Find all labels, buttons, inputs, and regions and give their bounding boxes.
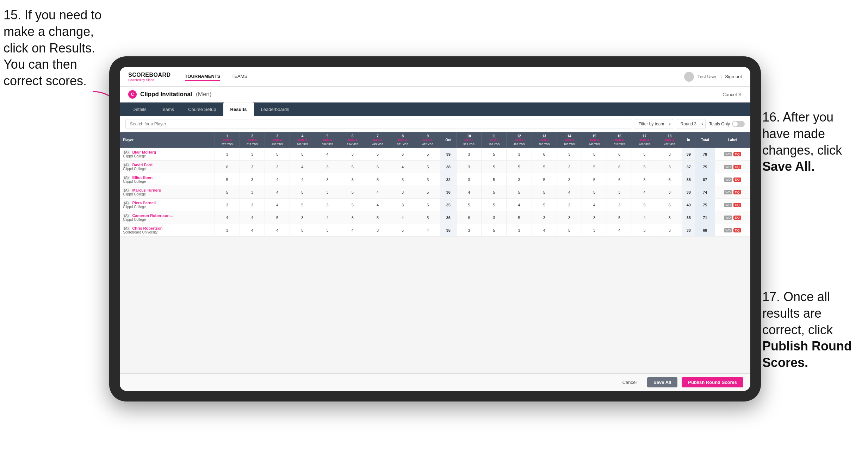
- score-out: 32: [440, 173, 457, 186]
- dq-badge[interactable]: DQ: [733, 152, 741, 156]
- score-hole-14: 5: [557, 224, 582, 237]
- score-hole-13: 5: [532, 186, 557, 199]
- score-hole-2: 4: [240, 224, 265, 237]
- score-label: WD DQ: [715, 173, 750, 186]
- player-cell: (A) Elliot Ebert Clippd College: [120, 173, 215, 186]
- player-tag: (A): [123, 188, 130, 192]
- score-hole-12: 5: [507, 186, 532, 199]
- player-cell: (A) Marcus Turners Clippd College: [120, 186, 215, 199]
- score-hole-8: 4: [390, 161, 415, 173]
- player-name[interactable]: Piers Parnell: [132, 201, 156, 205]
- score-hole-6: 3: [340, 148, 365, 161]
- score-hole-8: 3: [390, 199, 415, 211]
- wd-badge[interactable]: WD: [724, 152, 732, 156]
- score-hole-17: 5: [632, 148, 657, 161]
- player-cell: (A) Blair McHarg Clippd College: [120, 148, 215, 161]
- score-hole-12: 4: [507, 199, 532, 211]
- score-hole-7: 3: [365, 224, 390, 237]
- score-hole-14: 4: [557, 186, 582, 199]
- instruction-left: 15. If you need to make a change, click …: [4, 7, 106, 89]
- score-label: WD DQ: [715, 224, 750, 237]
- cancel-tournament-button[interactable]: Cancel ✕: [723, 92, 742, 97]
- score-hole-9: 5: [415, 148, 440, 161]
- score-out: 39: [440, 148, 457, 161]
- score-total: 75: [695, 161, 715, 173]
- nav-teams[interactable]: TEAMS: [231, 72, 247, 81]
- wd-badge[interactable]: WD: [724, 216, 732, 220]
- logo-sub: Powered by clippd: [128, 78, 171, 82]
- player-name[interactable]: Cameron Robertson...: [132, 213, 173, 218]
- dq-badge[interactable]: DQ: [733, 178, 741, 182]
- nav-tournaments[interactable]: TOURNAMENTS: [185, 72, 221, 81]
- tab-course-setup[interactable]: Course Setup: [181, 102, 223, 116]
- tablet-screen: SCOREBOARD Powered by clippd TOURNAMENTS…: [120, 67, 750, 391]
- round-select[interactable]: Round 3: [677, 119, 706, 129]
- score-hole-4: 5: [290, 224, 315, 237]
- instruction-right-top: 16. After you have made changes, click S…: [762, 109, 864, 175]
- filter-team-select[interactable]: Filter by team: [635, 119, 673, 129]
- wd-badge[interactable]: WD: [724, 178, 732, 182]
- col-header-14: 14PAR 3183 YDS: [557, 132, 582, 148]
- col-header-out: Out: [440, 132, 457, 148]
- score-hole-15: 5: [582, 173, 607, 186]
- score-in: 38: [682, 186, 695, 199]
- scores-container[interactable]: Player 1PAR 4370 YDS 2PAR 5511 YDS 3PAR …: [120, 132, 750, 373]
- score-hole-3: 4: [265, 224, 290, 237]
- player-tag: (A): [123, 163, 130, 167]
- col-header-15: 15PAR 4448 YDS: [582, 132, 607, 148]
- score-hole-9: 5: [415, 211, 440, 224]
- save-all-button[interactable]: Save All: [647, 377, 677, 387]
- score-label: WD DQ: [715, 199, 750, 211]
- score-hole-6: 5: [340, 186, 365, 199]
- col-header-player: Player: [120, 132, 215, 148]
- tab-teams[interactable]: Teams: [154, 102, 181, 116]
- tab-results[interactable]: Results: [223, 102, 254, 116]
- tab-details[interactable]: Details: [125, 102, 154, 116]
- publish-round-scores-button[interactable]: Publish Round Scores: [682, 377, 743, 387]
- wd-badge[interactable]: WD: [724, 203, 732, 207]
- player-name[interactable]: Elliot Ebert: [132, 175, 153, 180]
- score-hole-11: 3: [482, 211, 507, 224]
- score-hole-11: 5: [482, 173, 507, 186]
- score-hole-15: 5: [582, 148, 607, 161]
- score-total: 74: [695, 186, 715, 199]
- dq-badge[interactable]: DQ: [733, 216, 741, 220]
- col-header-18: 18PAR 4422 YDS: [657, 132, 682, 148]
- tab-leaderboards[interactable]: Leaderboards: [254, 102, 296, 116]
- bottom-actions: Cancel Save All Publish Round Scores: [120, 373, 750, 391]
- player-cell: (A) David Ford Clippd College: [120, 161, 215, 173]
- sign-out-link[interactable]: Sign out: [725, 74, 742, 79]
- score-hole-5: 3: [315, 199, 340, 211]
- player-tag: (A): [123, 201, 130, 205]
- dq-badge[interactable]: DQ: [733, 203, 741, 207]
- table-row: (A) Elliot Ebert Clippd College 53443353…: [120, 173, 750, 186]
- score-hole-6: 3: [340, 173, 365, 186]
- totals-only-toggle[interactable]: [732, 121, 745, 127]
- search-input[interactable]: [125, 119, 631, 129]
- wd-badge[interactable]: WD: [724, 190, 732, 194]
- score-hole-17: 4: [632, 186, 657, 199]
- dq-badge[interactable]: DQ: [733, 228, 741, 232]
- cancel-action-button[interactable]: Cancel: [616, 377, 643, 387]
- score-hole-5: 3: [315, 224, 340, 237]
- score-hole-14: 3: [557, 148, 582, 161]
- score-in: 39: [682, 148, 695, 161]
- dq-badge[interactable]: DQ: [733, 190, 741, 194]
- score-hole-12: 3: [507, 148, 532, 161]
- wd-badge[interactable]: WD: [724, 165, 732, 169]
- score-hole-7: 5: [365, 211, 390, 224]
- player-name[interactable]: Chris Robertson: [132, 226, 162, 230]
- score-hole-10: 4: [457, 186, 482, 199]
- top-navigation: SCOREBOARD Powered by clippd TOURNAMENTS…: [120, 67, 750, 87]
- player-name[interactable]: David Ford: [132, 163, 152, 167]
- player-name[interactable]: Marcus Turners: [132, 188, 161, 192]
- score-hole-17: 4: [632, 211, 657, 224]
- table-row: (A) David Ford Clippd College 6334356453…: [120, 161, 750, 173]
- player-name[interactable]: Blair McHarg: [132, 150, 156, 154]
- wd-badge[interactable]: WD: [724, 228, 732, 232]
- dq-badge[interactable]: DQ: [733, 165, 741, 169]
- player-school: Clippd College: [123, 180, 213, 183]
- logo: SCOREBOARD Powered by clippd: [128, 72, 171, 82]
- score-hole-17: 3: [632, 224, 657, 237]
- score-hole-18: 3: [657, 148, 682, 161]
